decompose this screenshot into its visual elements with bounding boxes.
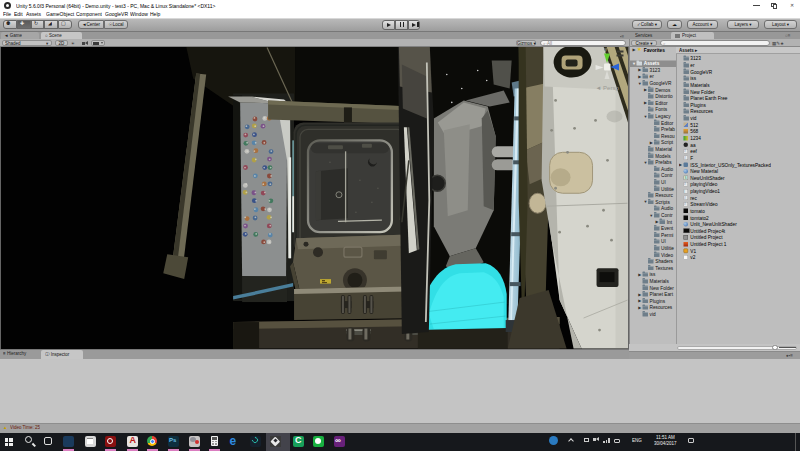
svg-text:◄ Persp: ◄ Persp bbox=[596, 85, 620, 91]
